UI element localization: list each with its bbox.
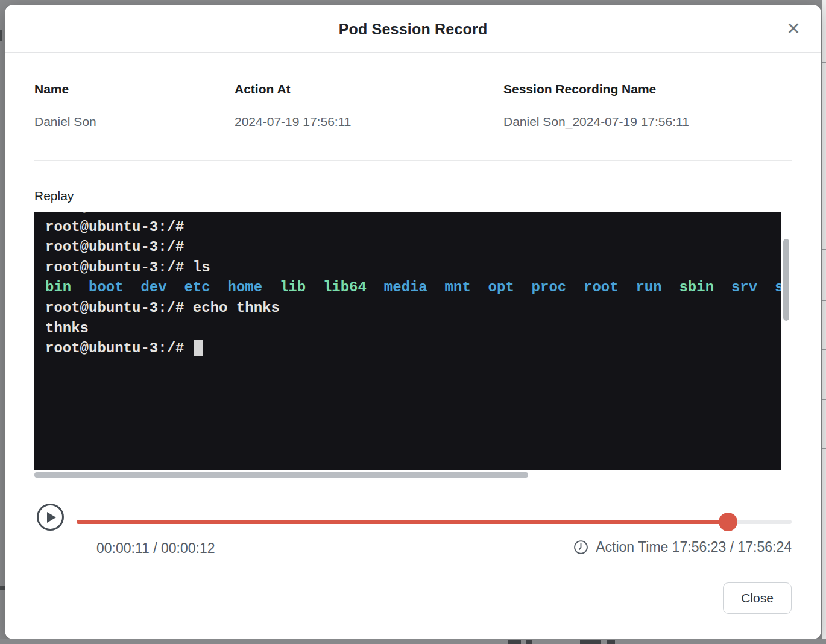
terminal-vertical-scrollbar[interactable] — [783, 239, 789, 321]
ls-entry: sbin — [662, 279, 714, 295]
ls-entry: etc — [167, 279, 210, 295]
clock-icon — [573, 540, 588, 555]
terminal-cursor — [194, 340, 203, 356]
ls-entry: lib64 — [306, 279, 367, 295]
ls-entry: opt — [471, 279, 514, 295]
dialog-header: Pod Session Record ✕ — [5, 5, 821, 53]
terminal-line: root@ubuntu-3:/# — [45, 237, 781, 257]
field-label: Session Recording Name — [503, 82, 689, 96]
terminal-line: bin boot dev etc home lib lib64 media mn… — [45, 277, 781, 298]
background-fragment — [0, 30, 2, 41]
ls-entry: srv — [714, 279, 757, 295]
ls-entry: media — [367, 279, 427, 295]
terminal-line: root@ubuntu-3:/# — [45, 338, 781, 359]
replay-label: Replay — [34, 189, 74, 203]
ls-entry: proc — [514, 279, 566, 295]
ls-entry: home — [210, 279, 262, 295]
terminal-horizontal-scrollbar[interactable] — [34, 472, 528, 478]
terminal-line: root@ubuntu-3:/# ls — [45, 257, 781, 278]
terminal-replay-viewport[interactable]: root@ubuntu-3:/#root@ubuntu-3:/#root@ubu… — [34, 212, 781, 470]
terminal-line: root@ubuntu-3:/# — [45, 217, 781, 238]
playback-slider[interactable] — [77, 512, 792, 531]
divider — [34, 160, 792, 161]
pod-session-record-dialog: Pod Session Record ✕ Name Daniel Son Act… — [5, 5, 821, 639]
ls-entry: mnt — [427, 279, 471, 295]
ls-entry: sys — [757, 279, 781, 295]
field-value: 2024-07-19 17:56:11 — [235, 115, 351, 129]
background-fragment — [0, 586, 5, 590]
terminal-line: thnks — [45, 318, 781, 339]
play-button[interactable] — [37, 504, 64, 531]
ls-entry: root — [566, 279, 618, 295]
slider-progress-fill — [77, 520, 728, 524]
backdrop-bottom — [0, 639, 826, 644]
ls-entry: run — [619, 279, 662, 295]
close-icon[interactable]: ✕ — [783, 18, 804, 40]
ls-entry: boot — [71, 279, 123, 295]
field-label: Action At — [235, 82, 351, 96]
field-value: Daniel Son_2024-07-19 17:56:11 — [503, 115, 689, 129]
ls-entry: bin — [45, 279, 71, 295]
field-label: Name — [34, 82, 96, 96]
close-button[interactable]: Close — [723, 582, 792, 614]
ls-entry: lib — [262, 279, 306, 295]
terminal-line: root@ubuntu-3:/# echo thnks — [45, 298, 781, 318]
slider-thumb[interactable] — [719, 513, 737, 531]
action-time-group: Action Time 17:56:23 / 17:56:24 — [573, 539, 792, 555]
play-icon — [47, 512, 56, 523]
info-field-name: Name Daniel Son — [34, 82, 96, 129]
dialog-title: Pod Session Record — [5, 5, 821, 53]
terminal-line: root@ubuntu-3:/# — [45, 212, 781, 217]
info-field-action-at: Action At 2024-07-19 17:56:11 — [235, 82, 351, 129]
background-page-strip — [822, 0, 826, 644]
action-time-text: Action Time 17:56:23 / 17:56:24 — [596, 539, 792, 555]
ls-entry: dev — [124, 279, 167, 295]
info-field-session-recording-name: Session Recording Name Daniel Son_2024-0… — [503, 82, 689, 129]
field-value: Daniel Son — [34, 115, 96, 129]
playback-time: 00:00:11 / 00:00:12 — [96, 540, 215, 557]
